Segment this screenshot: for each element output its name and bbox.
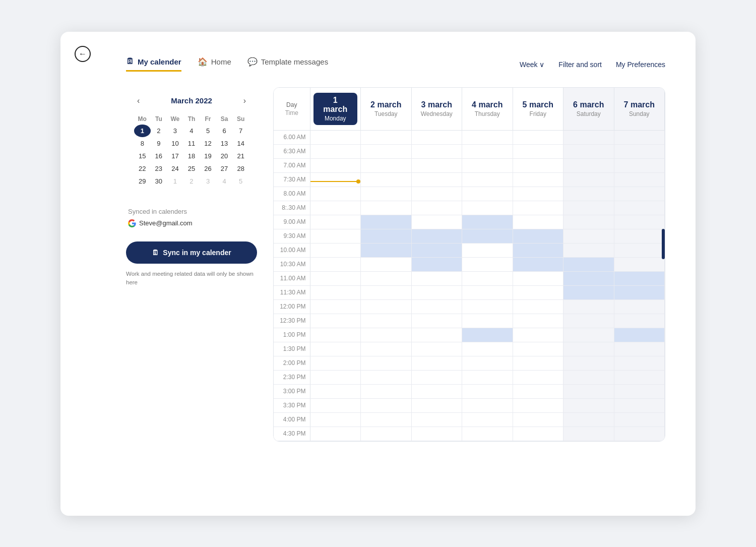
time-label-18: 3:00 PM [274,384,310,398]
cell-row14-col7 [614,328,665,342]
tab-icon-template-messages: 💬 [247,57,258,67]
cell-row21-col1 [310,427,361,441]
cal-day-3[interactable]: 3 [167,125,183,137]
cell-row8-col5 [513,243,563,257]
calendar-prev-button[interactable]: ‹ [134,95,143,106]
cal-day-5-other[interactable]: 5 [232,175,249,188]
sync-icon: 🗓 [152,249,159,257]
cell-row14-col6 [563,328,614,342]
time-label-12: 12:00 PM [274,299,310,314]
cell-row16-col7 [614,356,665,370]
nav-tab-template-messages[interactable]: 💬Template messages [247,57,328,72]
nav-right-preferences[interactable]: My Preferences [616,60,665,69]
calendar-table-wrap[interactable]: DayTime1 marchMonday2 marchTuesday3 marc… [274,88,665,441]
cal-day-4-other[interactable]: 4 [216,175,233,188]
cal-day-27[interactable]: 27 [216,162,233,175]
cell-row9-col7 [614,257,665,271]
cell-row3-col7 [614,172,665,187]
synced-email: Steve@gmail.com [128,219,255,227]
cal-day-22[interactable]: 22 [134,162,151,175]
google-icon [128,219,136,227]
cal-day-25[interactable]: 25 [183,162,200,175]
cell-row13-col5 [513,314,563,328]
cal-day-17[interactable]: 17 [167,150,183,162]
cell-row7-col4 [462,229,513,243]
sync-button[interactable]: 🗓 Sync in my calender [126,241,257,264]
cell-row10-col4 [462,271,513,285]
cal-day-19[interactable]: 19 [200,150,216,162]
cal-day-9[interactable]: 9 [151,137,167,150]
cal-day-26[interactable]: 26 [200,162,216,175]
cell-row15-col3 [411,342,462,356]
cell-row11-col7 [614,285,665,299]
cal-day-18[interactable]: 18 [183,150,200,162]
cal-day-11[interactable]: 11 [183,137,200,150]
day-header-3: 3 marchWednesday [415,100,459,117]
cell-row20-col6 [563,412,614,427]
cal-day-2-other[interactable]: 2 [183,175,200,188]
weekday-header-fr: Fr [200,113,216,125]
cal-day-6[interactable]: 6 [216,125,233,137]
cal-day-29[interactable]: 29 [134,175,151,188]
weekday-header-we: We [167,113,183,125]
cell-row4-col5 [513,187,563,201]
cell-row6-col6 [563,215,614,229]
cal-day-3-other[interactable]: 3 [200,175,216,188]
cal-day-13[interactable]: 13 [216,137,233,150]
weekday-header-sa: Sa [216,113,233,125]
cell-row20-col5 [513,412,563,427]
back-button[interactable]: ← [75,46,91,62]
cal-day-5[interactable]: 5 [200,125,216,137]
cell-row8-col2 [361,243,412,257]
time-label-14: 1:00 PM [274,328,310,342]
cal-day-14[interactable]: 14 [232,137,249,150]
cal-day-16[interactable]: 16 [151,150,167,162]
nav-tab-home[interactable]: 🏠Home [198,57,231,72]
nav-right-week[interactable]: Week ∨ [520,60,544,69]
cell-row7-col1 [310,229,361,243]
cal-day-28[interactable]: 28 [232,162,249,175]
cell-row9-col4 [462,257,513,271]
cal-day-1-other[interactable]: 1 [167,175,183,188]
cell-row12-col7 [614,299,665,314]
cal-day-12[interactable]: 12 [200,137,216,150]
cell-row21-col4 [462,427,513,441]
day-header-6: 6 marchSaturday [566,100,611,117]
time-label-3: 7:30 AM [274,172,310,187]
cell-row18-col2 [361,384,412,398]
cal-day-7[interactable]: 7 [232,125,249,137]
cal-day-30[interactable]: 30 [151,175,167,188]
cell-row14-col2 [361,328,412,342]
today-header: 1 marchMonday [313,93,358,125]
calendar-grid: MoTuWeThFrSaSu 1234567891011121314151617… [134,113,249,188]
cal-day-10[interactable]: 10 [167,137,183,150]
col-header-5-friday: 5 marchFriday [513,88,563,131]
cell-row14-col3 [411,328,462,342]
cell-row17-col4 [462,370,513,384]
cell-row2-col1 [310,158,361,172]
cell-row10-col1 [310,271,361,285]
cell-row21-col2 [361,427,412,441]
cell-row12-col5 [513,299,563,314]
calendar-title: March 2022 [171,96,212,105]
cell-row17-col3 [411,370,462,384]
cal-day-15[interactable]: 15 [134,150,151,162]
cal-day-8[interactable]: 8 [134,137,151,150]
cal-day-23[interactable]: 23 [151,162,167,175]
cell-row16-col3 [411,356,462,370]
top-nav: 🗓My calender🏠Home💬Template messages Week… [60,47,696,72]
nav-tab-my-calender[interactable]: 🗓My calender [126,57,181,72]
cell-row13-col1 [310,314,361,328]
cell-row21-col3 [411,427,462,441]
tab-label-my-calender: My calender [138,57,181,66]
nav-right-filter[interactable]: Filter and sort [558,60,602,69]
cal-day-2[interactable]: 2 [151,125,167,137]
cell-row8-col3 [411,243,462,257]
cal-day-21[interactable]: 21 [232,150,249,162]
cal-day-4[interactable]: 4 [183,125,200,137]
cal-day-1[interactable]: 1 [134,125,151,137]
calendar-next-button[interactable]: › [240,95,249,106]
cal-day-20[interactable]: 20 [216,150,233,162]
time-label-7: 9:30 AM [274,229,310,243]
cal-day-24[interactable]: 24 [167,162,183,175]
